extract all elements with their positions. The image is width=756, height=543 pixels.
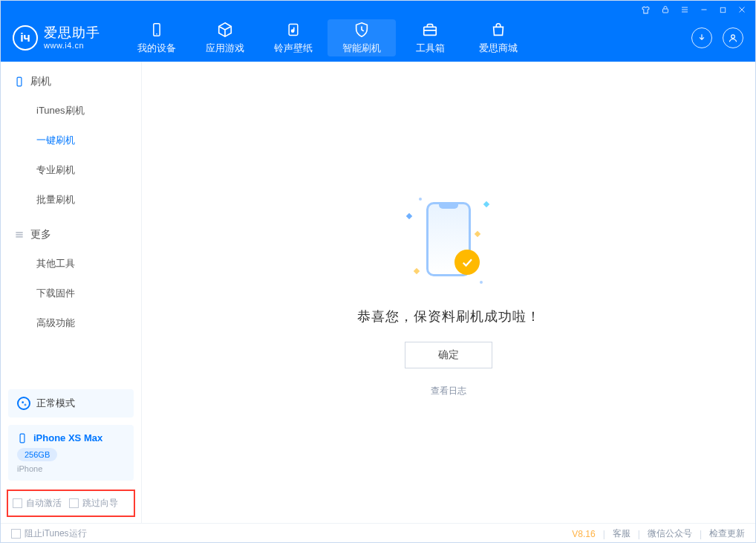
sidebar-item-other-tools[interactable]: 其他工具 (1, 249, 141, 279)
tshirt-icon[interactable] (641, 5, 651, 15)
sidebar-group-more: 更多 (1, 215, 141, 249)
tab-apps[interactable]: 应用游戏 (191, 19, 259, 56)
checkbox-auto-activate[interactable]: 自动激活 (13, 497, 62, 510)
svg-point-17 (22, 401, 24, 403)
brand[interactable]: iч 爱思助手 www.i4.cn (13, 25, 100, 51)
mode-label: 正常模式 (36, 397, 75, 410)
group-title: 刷机 (30, 75, 51, 88)
device-box[interactable]: iPhone XS Max 256GB iPhone (8, 425, 134, 481)
brand-subtitle: www.i4.cn (44, 41, 100, 50)
main-tabs: 我的设备 应用游戏 铃声壁纸 智能刷机 工具箱 爱思商城 (123, 19, 532, 56)
bag-icon (489, 21, 507, 39)
phone-icon (148, 21, 166, 39)
sidebar-item-download-firmware[interactable]: 下载固件 (1, 279, 141, 308)
mode-box[interactable]: 正常模式 (8, 389, 134, 417)
svg-rect-11 (424, 27, 437, 35)
logo-icon: iч (13, 25, 38, 51)
mode-icon (17, 397, 30, 410)
titlebar (1, 1, 755, 19)
svg-rect-0 (663, 9, 668, 13)
phone-small-icon (17, 433, 27, 443)
tab-my-device[interactable]: 我的设备 (123, 19, 191, 56)
music-icon (284, 21, 302, 39)
cube-icon (216, 21, 234, 39)
toolbox-icon (421, 21, 439, 39)
user-button[interactable] (723, 27, 743, 48)
success-message: 恭喜您，保资料刷机成功啦！ (357, 308, 541, 325)
ok-button[interactable]: 确定 (405, 342, 492, 368)
tab-label: 我的设备 (137, 42, 176, 55)
view-log-link[interactable]: 查看日志 (431, 385, 466, 397)
sidebar-item-advanced[interactable]: 高级功能 (1, 308, 141, 338)
check-badge-icon (454, 250, 480, 275)
tab-flash[interactable]: 智能刷机 (328, 19, 396, 56)
device-type: iPhone (17, 464, 125, 473)
list-icon (14, 230, 25, 240)
sidebar-group-flash: 刷机 (1, 62, 141, 96)
menu-icon[interactable] (680, 5, 689, 14)
support-link[interactable]: 客服 (613, 527, 630, 540)
version-label: V8.16 (572, 529, 595, 539)
checkbox-block-itunes[interactable]: 阻止iTunes运行 (11, 527, 87, 540)
checkbox-skip-guide[interactable]: 跳过向导 (69, 497, 118, 510)
sidebar: 刷机 iTunes刷机 一键刷机 专业刷机 批量刷机 更多 其他工具 下载固件 … (1, 62, 142, 523)
lock-icon[interactable] (661, 5, 670, 14)
minimize-icon[interactable] (700, 5, 708, 14)
tab-label: 应用游戏 (206, 42, 244, 55)
tab-store[interactable]: 爱思商城 (464, 19, 532, 56)
sidebar-item-itunes-flash[interactable]: iTunes刷机 (1, 96, 141, 126)
checkbox-label: 阻止iTunes运行 (25, 527, 87, 540)
header: iч 爱思助手 www.i4.cn 我的设备 应用游戏 铃声壁纸 智能刷机 工具… (1, 19, 755, 62)
update-link[interactable]: 检查更新 (709, 527, 745, 540)
tab-ringtones[interactable]: 铃声壁纸 (259, 19, 328, 56)
svg-point-9 (156, 33, 157, 35)
tab-label: 爱思商城 (479, 42, 518, 55)
checkbox-label: 自动激活 (26, 497, 62, 510)
svg-rect-13 (17, 77, 22, 86)
svg-point-12 (731, 35, 735, 39)
shield-icon (353, 21, 371, 39)
success-illustration (397, 187, 501, 291)
device-icon (14, 77, 25, 87)
main-panel: 恭喜您，保资料刷机成功啦！ 确定 查看日志 (142, 62, 755, 523)
close-icon[interactable] (737, 5, 746, 14)
sidebar-item-onekey-flash[interactable]: 一键刷机 (1, 126, 141, 155)
svg-point-18 (25, 404, 26, 406)
device-storage: 256GB (17, 448, 57, 461)
group-title: 更多 (30, 228, 51, 241)
brand-title: 爱思助手 (44, 26, 100, 41)
checkbox-label: 跳过向导 (82, 497, 118, 510)
options-highlighted: 自动激活 跳过向导 (7, 490, 135, 517)
svg-rect-19 (20, 434, 25, 443)
wechat-link[interactable]: 微信公众号 (648, 527, 692, 540)
tab-label: 工具箱 (416, 42, 445, 55)
sidebar-item-pro-flash[interactable]: 专业刷机 (1, 155, 141, 185)
device-name: iPhone XS Max (33, 432, 102, 443)
footer: 阻止iTunes运行 V8.16 | 客服 | 微信公众号 | 检查更新 (1, 523, 755, 543)
maximize-icon[interactable] (719, 6, 727, 14)
download-button[interactable] (691, 27, 712, 48)
tab-label: 铃声壁纸 (274, 42, 313, 55)
tab-label: 智能刷机 (342, 42, 381, 55)
sidebar-item-batch-flash[interactable]: 批量刷机 (1, 185, 141, 215)
svg-rect-5 (720, 7, 725, 12)
tab-toolbox[interactable]: 工具箱 (396, 19, 464, 56)
